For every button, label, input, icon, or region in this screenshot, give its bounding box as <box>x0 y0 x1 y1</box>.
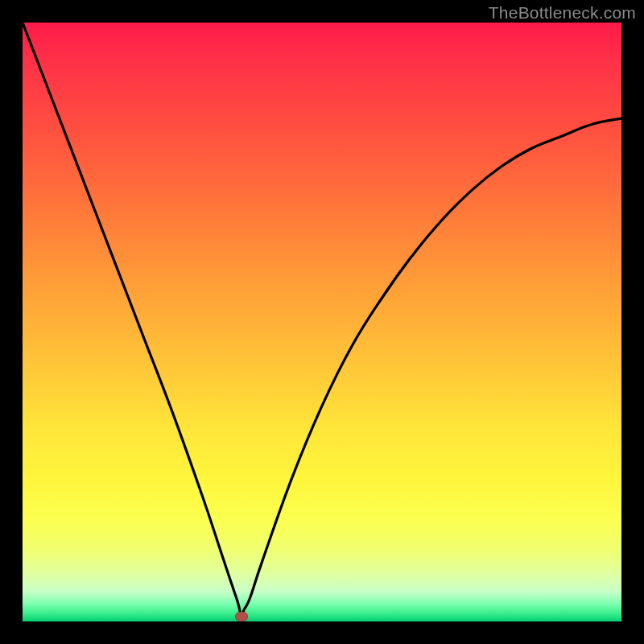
chart-stage: TheBottleneck.com <box>0 0 644 644</box>
curve-svg <box>23 23 621 621</box>
optimum-marker <box>235 612 248 621</box>
watermark-text: TheBottleneck.com <box>489 3 636 23</box>
plot-area <box>23 23 621 621</box>
bottleneck-curve <box>23 23 621 616</box>
